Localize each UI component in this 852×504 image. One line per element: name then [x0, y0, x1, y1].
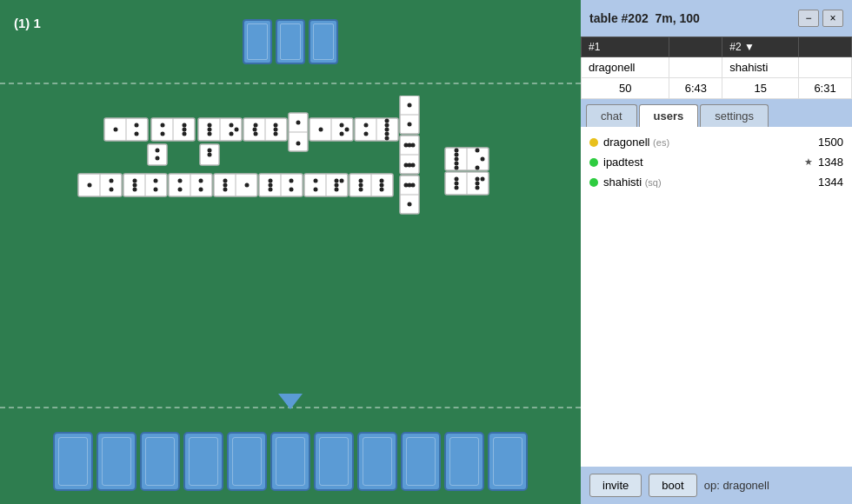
svg-point-23 [161, 132, 165, 136]
svg-point-136 [481, 177, 485, 182]
svg-point-116 [208, 149, 212, 153]
tab-settings[interactable]: settings [700, 104, 769, 127]
status-indicator [589, 178, 598, 187]
svg-point-120 [455, 153, 459, 157]
tab-chat[interactable]: chat [586, 104, 637, 127]
close-button[interactable]: × [822, 10, 843, 27]
player-card[interactable] [140, 432, 180, 491]
player-card[interactable] [401, 432, 441, 491]
svg-point-22 [161, 123, 165, 128]
minimize-button[interactable]: − [798, 10, 819, 27]
svg-point-82 [199, 188, 203, 192]
star-icon: ★ [804, 156, 813, 168]
player2-name-cell: shahisti [722, 57, 799, 78]
svg-point-17 [230, 123, 234, 128]
opponent-card [309, 19, 338, 64]
svg-point-106 [359, 179, 363, 183]
player1-extra [669, 57, 722, 78]
user-row-ipadtest: ipadtest ★ 1348 [581, 152, 852, 172]
svg-point-26 [183, 128, 187, 132]
svg-point-91 [269, 179, 273, 183]
opponent-card [243, 19, 272, 64]
svg-point-80 [178, 188, 183, 192]
svg-point-55 [411, 143, 416, 148]
svg-point-124 [455, 166, 459, 170]
svg-point-34 [319, 128, 323, 132]
svg-point-117 [208, 153, 212, 157]
svg-point-3 [296, 142, 301, 146]
svg-point-24 [183, 123, 187, 128]
tab-users[interactable]: users [639, 104, 699, 127]
user-row-dragonell: dragonell (es) 1500 [581, 132, 852, 152]
svg-point-36 [340, 132, 344, 136]
svg-point-42 [385, 123, 389, 128]
svg-point-125 [476, 149, 480, 153]
player1-score: 50 [582, 78, 669, 99]
svg-point-29 [114, 128, 118, 132]
player-card[interactable] [444, 432, 484, 491]
opponent-hand [243, 19, 338, 64]
svg-point-64 [408, 202, 412, 207]
player-card[interactable] [488, 432, 528, 491]
svg-point-103 [340, 179, 344, 183]
svg-point-113 [156, 149, 160, 153]
svg-point-49 [408, 103, 412, 108]
svg-point-9 [274, 123, 278, 128]
boot-button[interactable]: boot [649, 474, 696, 497]
svg-point-10 [274, 132, 278, 136]
svg-point-11 [274, 128, 278, 132]
svg-point-75 [154, 179, 158, 183]
player-card[interactable] [183, 432, 223, 491]
player2-extra [799, 57, 852, 78]
player2-time: 6:31 [799, 78, 852, 99]
op-label: op: dragonell [704, 479, 769, 492]
username: dragonell (es) [603, 136, 813, 149]
svg-point-35 [340, 123, 344, 128]
user-rating: 1344 [818, 176, 843, 189]
svg-point-58 [408, 163, 412, 168]
player-card[interactable] [314, 432, 354, 491]
player-hand[interactable] [53, 432, 528, 491]
table-info: table #202 7m, 100 [589, 11, 700, 25]
svg-point-15 [208, 132, 212, 136]
invite-button[interactable]: invite [589, 474, 642, 497]
svg-point-74 [133, 183, 137, 188]
user-row-shahisti: shahisti (sq) 1344 [581, 172, 852, 192]
svg-point-108 [359, 183, 363, 188]
user-rating: 1500 [818, 136, 843, 149]
svg-point-114 [156, 156, 160, 161]
svg-point-127 [481, 157, 485, 162]
svg-point-16 [208, 128, 212, 132]
player-card[interactable] [270, 432, 310, 491]
player-card[interactable] [53, 432, 93, 491]
player2-time-header [799, 37, 852, 57]
svg-point-133 [476, 177, 480, 182]
svg-point-68 [110, 179, 114, 183]
game-area: (1) 1 [0, 0, 581, 504]
svg-point-92 [269, 183, 273, 188]
svg-point-14 [208, 123, 212, 128]
svg-point-134 [476, 186, 480, 190]
player-card[interactable] [97, 432, 136, 491]
svg-point-50 [408, 123, 412, 127]
svg-point-63 [408, 183, 412, 188]
svg-point-111 [380, 183, 384, 188]
username: shahisti (sq) [603, 176, 813, 189]
status-indicator [589, 158, 598, 167]
svg-point-121 [455, 162, 459, 166]
users-panel: dragonell (es) 1500 ipadtest ★ 1348 shah… [581, 127, 852, 467]
svg-point-126 [476, 166, 480, 170]
svg-point-8 [254, 132, 258, 136]
svg-point-31 [135, 132, 139, 136]
player1-time: 6:43 [669, 78, 722, 99]
svg-point-45 [385, 119, 389, 123]
svg-point-79 [178, 179, 183, 183]
svg-point-6 [253, 128, 257, 132]
right-panel: table #202 7m, 100 − × #1 #2 ▼ dragonell… [581, 0, 852, 504]
svg-point-54 [404, 143, 409, 148]
player-card[interactable] [227, 432, 267, 491]
player-card[interactable] [357, 432, 397, 491]
turn-indicator [278, 394, 303, 409]
svg-point-40 [364, 123, 369, 128]
svg-point-7 [254, 123, 258, 128]
